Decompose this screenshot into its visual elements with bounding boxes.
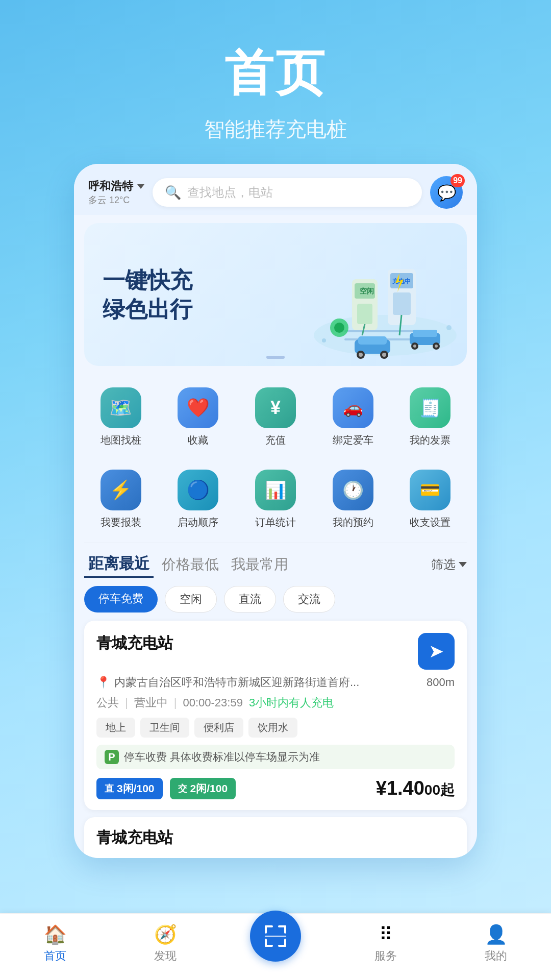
filter-tab-distance[interactable]: 距离最近 (84, 551, 154, 578)
menu-row-1: 🗺️ 地图找桩 ❤️ 收藏 ¥ 充值 🚗 绑定爱车 🧾 我的发票 (74, 374, 477, 456)
station-header: 青城充电站 ➤ (96, 633, 455, 670)
banner-dot (266, 356, 285, 359)
tag-ac[interactable]: 交流 (283, 586, 335, 612)
home-icon: 🏠 (44, 924, 67, 945)
menu-label-car: 绑定爱车 (333, 433, 373, 447)
sort-icon (459, 562, 467, 567)
message-badge: 99 (450, 174, 465, 187)
topup-icon: ¥ (255, 387, 296, 428)
fav-icon: ❤️ (178, 387, 218, 428)
parking-notice: P 停车收费 具体收费标准以停车场显示为准 (96, 745, 455, 769)
price-block: ¥1.4000起 (376, 777, 455, 800)
station-distance: 800m (427, 676, 455, 689)
menu-item-install[interactable]: ⚡ 我要报装 (82, 460, 160, 538)
facility-aboveground: 地上 (96, 718, 135, 738)
filter-section: 距离最近 价格最低 我最常用 筛选 停车免费 空闲 直流 交流 (74, 543, 477, 617)
menu-item-topup[interactable]: ¥ 充值 (237, 378, 314, 456)
station-address-row: 📍 内蒙古自治区呼和浩特市新城区迎新路街道首府... 800m (96, 675, 455, 690)
menu-label-order-seq: 启动顺序 (178, 516, 218, 529)
svg-text:空闲: 空闲 (360, 287, 374, 295)
nav-profile-label: 我的 (485, 948, 507, 964)
parking-p-icon: P (105, 750, 119, 764)
filter-tab-price[interactable]: 价格最低 (158, 553, 223, 576)
nav-home[interactable]: 🏠 首页 (0, 924, 110, 964)
nav-service[interactable]: ⠿ 服务 (331, 924, 441, 964)
menu-item-fav[interactable]: ❤️ 收藏 (160, 378, 237, 456)
menu-item-invoice[interactable]: 🧾 我的发票 (391, 378, 469, 456)
page-title: 首页 (204, 41, 347, 107)
ac-label: 交 (178, 782, 187, 795)
banner-text: 一键快充 绿色出行 (84, 249, 211, 340)
menu-item-payment[interactable]: 💳 收支设置 (391, 460, 469, 538)
page-subtitle: 智能推荐充电桩 (204, 115, 347, 143)
filter-sort[interactable]: 筛选 (431, 556, 467, 573)
facility-water: 饮用水 (248, 718, 297, 738)
banner-line2: 绿色出行 (103, 295, 192, 324)
discover-icon: 🧭 (154, 924, 177, 945)
banner[interactable]: 一键快充 绿色出行 空闲 充电中 (84, 223, 467, 366)
menu-label-payment: 收支设置 (410, 516, 450, 529)
facility-restroom: 卫生间 (140, 718, 189, 738)
dc-label: 直 (105, 782, 114, 795)
bottom-nav: 🏠 首页 🧭 发现 ⠿ 服务 👤 我的 (0, 913, 551, 980)
car-icon: 🚗 (333, 387, 373, 428)
message-button[interactable]: 💬 99 (430, 176, 463, 209)
search-bar[interactable]: 🔍 查找地点，电站 (153, 178, 422, 207)
svg-point-17 (359, 353, 363, 357)
menu-label-booking: 我的预约 (333, 516, 373, 529)
svg-rect-31 (265, 925, 267, 934)
svg-rect-21 (413, 330, 437, 337)
station-card-1[interactable]: 青城充电站 ➤ 📍 内蒙古自治区呼和浩特市新城区迎新路街道首府... 800m … (84, 621, 467, 810)
station-info-row: 公共 | 营业中 | 00:00-23:59 3小时内有人充电 (96, 695, 455, 710)
nav-profile[interactable]: 👤 我的 (441, 924, 551, 964)
menu-item-booking[interactable]: 🕐 我的预约 (314, 460, 392, 538)
menu-label-install: 我要报装 (101, 516, 141, 529)
menu-item-stats[interactable]: 📊 订单统计 (237, 460, 314, 538)
facility-store: 便利店 (194, 718, 243, 738)
svg-point-28 (322, 338, 326, 342)
station-name: 青城充电站 (96, 633, 173, 654)
svg-point-25 (435, 345, 438, 348)
station-card-2-partial[interactable]: 青城充电站 (84, 817, 467, 858)
menu-label-map: 地图找桩 (101, 433, 141, 447)
menu-item-car[interactable]: 🚗 绑定爱车 (314, 378, 392, 456)
svg-point-27 (334, 323, 344, 333)
filter-tab-frequent[interactable]: 我最常用 (227, 553, 292, 576)
scan-icon (262, 922, 289, 950)
stats-icon: 📊 (255, 470, 296, 510)
nav-center[interactable] (220, 926, 331, 962)
station-type: 公共 (96, 695, 119, 710)
menu-item-map[interactable]: 🗺️ 地图找桩 (82, 378, 160, 456)
location-block[interactable]: 呼和浩特 多云 12°C (88, 179, 144, 206)
price-main: ¥1.4000起 (376, 777, 455, 799)
svg-rect-38 (265, 936, 286, 937)
menu-item-order-seq[interactable]: 🔵 启动顺序 (160, 460, 237, 538)
tag-free-parking[interactable]: 停车免费 (84, 586, 158, 612)
tags-row: 停车免费 空闲 直流 交流 (84, 586, 467, 612)
station-status: 营业中 (134, 695, 168, 710)
page-header: 首页 智能推荐充电桩 (204, 0, 347, 164)
svg-point-23 (413, 345, 416, 348)
svg-point-29 (446, 325, 452, 330)
nav-home-label: 首页 (44, 948, 66, 964)
svg-rect-11 (393, 292, 411, 315)
nav-discover[interactable]: 🧭 发现 (110, 924, 220, 964)
weather-text: 多云 12°C (88, 194, 144, 206)
tag-idle[interactable]: 空闲 (165, 586, 217, 612)
map-icon: 🗺️ (101, 387, 141, 428)
menu-label-fav: 收藏 (188, 433, 208, 447)
search-placeholder: 查找地点，电站 (187, 184, 273, 201)
chevron-down-icon (137, 184, 144, 189)
station-activity: 3小时内有人充电 (249, 695, 334, 710)
location-name[interactable]: 呼和浩特 (88, 179, 144, 194)
menu-label-topup: 充值 (265, 433, 286, 447)
order-seq-icon: 🔵 (178, 470, 218, 510)
dc-charger-badge: 直 3闲/100 (96, 778, 163, 799)
charger-row: 直 3闲/100 交 2闲/100 ¥1.4000起 (96, 777, 455, 800)
menu-label-stats: 订单统计 (255, 516, 296, 529)
menu-label-invoice: 我的发票 (410, 433, 450, 447)
filter-tabs-row: 距离最近 价格最低 我最常用 筛选 (84, 551, 467, 578)
station-nav-button[interactable]: ➤ (418, 633, 455, 670)
center-scan-button[interactable] (250, 911, 301, 962)
tag-dc[interactable]: 直流 (224, 586, 276, 612)
